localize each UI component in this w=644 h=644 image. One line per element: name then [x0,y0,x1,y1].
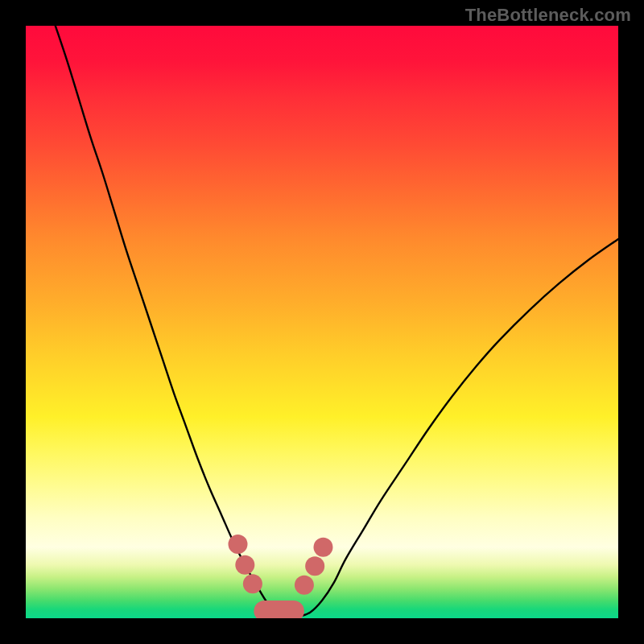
highlight-dots [228,535,332,595]
highlight-dot [305,556,324,576]
chart-frame: TheBottleneck.com [0,0,644,644]
watermark-label: TheBottleneck.com [465,5,631,26]
highlight-dot [313,538,332,557]
curve-layer [26,26,618,618]
highlight-dot [235,555,254,575]
trough-band [254,601,304,618]
highlight-dot [228,535,247,554]
plot-area [26,26,618,618]
bottleneck-curve-path [56,26,618,617]
bottleneck-curve [56,26,618,617]
highlight-dot [243,574,262,593]
highlight-dot [295,576,314,595]
trough-band-rect [254,601,304,618]
